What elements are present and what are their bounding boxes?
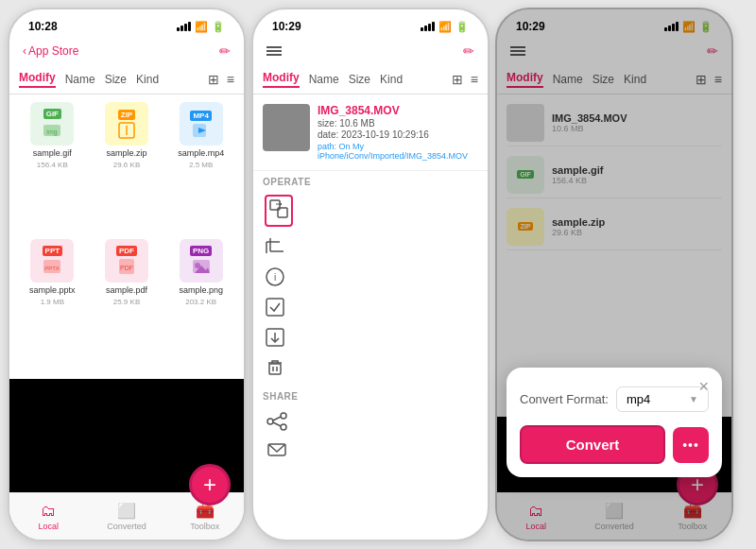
operate-label: OPERATE [263,177,478,187]
wifi-icon-2: 📶 [438,21,452,33]
svg-rect-24 [266,299,284,316]
svg-point-32 [281,424,286,430]
file-icon-gif: GIF img [30,102,74,146]
share-icons [263,402,478,470]
menu-icon-1[interactable]: ≡ [227,72,234,87]
file-icon-png: PNG [180,239,223,283]
tab-local-1[interactable]: 🗂 Local [9,493,88,540]
file-info-size: size: 10.6 MB [318,118,478,129]
svg-point-11 [195,263,200,268]
import-icon-row[interactable] [263,323,478,352]
status-icons-1: 📶 🔋 [177,21,225,33]
file-info-date: date: 2023-10-19 10:29:16 [318,129,478,140]
file-size-pdf: 25.9 KB [113,298,140,306]
menu-icon-2[interactable]: ≡ [471,72,478,87]
file-name-pptx: sample.pptx [29,285,76,295]
convert-icon-row[interactable] [263,191,478,231]
toolbar-name[interactable]: Name [65,73,95,86]
time-1: 10:28 [28,20,58,33]
file-item-mp4[interactable]: MP4 sample.mp4 2.5 MB [165,102,236,235]
toolbar-kind[interactable]: Kind [136,73,159,86]
file-size-png: 203.2 KB [185,298,216,306]
toolbar-kind-2[interactable]: Kind [380,73,403,86]
file-size-gif: 156.4 KB [37,161,68,169]
signal-icon [177,22,191,31]
back-label-1: App Store [28,44,78,58]
fab-container-1: + [189,464,231,506]
share-label: SHARE [263,391,478,402]
convert-icon-highlighted[interactable] [265,195,293,227]
tab-converted-label-1: Converted [107,522,146,531]
convert-button[interactable]: Convert [520,425,665,464]
check-icon-row[interactable] [263,293,478,321]
svg-text:PPTX: PPTX [44,266,60,271]
delete-icon-row[interactable] [263,353,478,382]
back-button-1[interactable]: ‹ App Store [23,44,78,58]
svg-line-34 [273,422,281,426]
tab-bar-1: 🗂 Local ⬜ Converted 🧰 Toolbox + [9,492,244,540]
more-options-button[interactable]: ••• [673,427,709,463]
file-item-zip[interactable]: ZIP sample.zip 29.6 KB [92,102,163,235]
info-icon-row[interactable]: i [263,263,478,291]
file-thumbnail [263,104,310,151]
file-name-zip: sample.zip [106,148,146,158]
toolbar-modify-2[interactable]: Modify [263,71,300,88]
svg-point-31 [267,419,273,424]
edit-icon-2[interactable]: ✏ [463,43,474,59]
file-name-gif: sample.gif [33,148,72,158]
edit-icon-1[interactable]: ✏ [219,43,231,59]
svg-point-30 [281,413,286,419]
add-fab-button-1[interactable]: + [189,464,231,506]
file-item-pdf[interactable]: PDF PDF sample.pdf 25.9 KB [92,239,163,372]
share-icon-row[interactable] [265,407,476,436]
svg-text:i: i [274,272,276,283]
operate-icons-list: i [263,187,478,386]
crop-icon-row[interactable] [263,232,478,261]
grid-icon-1[interactable]: ⊞ [208,72,219,87]
phone-screen-2: 10:29 📶 🔋 ✏ Modify Name Size Kind ⊞ [251,8,490,541]
battery-icon: 🔋 [212,21,225,33]
phone-screen-1: 10:28 📶 🔋 ‹ App Store ✏ Modify Name Size… [8,8,246,541]
status-bar-2: 10:29 📶 🔋 [253,9,488,38]
toolbar-name-2[interactable]: Name [309,73,339,86]
toolbar-2: Modify Name Size Kind ⊞ ≡ [253,64,488,94]
file-size-zip: 29.6 KB [113,161,140,169]
file-icon-pdf: PDF PDF [105,239,148,283]
file-size-mp4: 2.5 MB [189,161,213,169]
wifi-icon: 📶 [195,21,208,33]
nav-bar-1: ‹ App Store ✏ [9,38,244,64]
svg-line-33 [273,417,281,420]
svg-rect-27 [269,364,281,374]
file-name-pdf: sample.pdf [106,285,147,295]
svg-text:img: img [47,129,58,136]
time-2: 10:29 [272,20,301,33]
file-icon-pptx: PPT PPTX [30,239,74,283]
file-item-pptx[interactable]: PPT PPTX sample.pptx 1.9 MB [17,239,88,372]
tab-converted-1[interactable]: ⬜ Converted [88,493,166,540]
chevron-down-icon: ▼ [689,394,698,404]
toolbar-right-1: ⊞ ≡ [208,72,234,87]
toolbar-modify[interactable]: Modify [19,71,56,88]
modal-close-button[interactable]: × [698,377,709,397]
toolbar-size-2[interactable]: Size [349,73,370,86]
format-select[interactable]: mp4 ▼ [616,386,709,412]
file-detail-section: IMG_3854.MOV size: 10.6 MB date: 2023-10… [253,94,488,171]
modal-actions: Convert ••• [520,425,709,464]
phone-screen-3-wrapper: 10:29 📶 🔋 ✏ Modify Name [495,8,733,541]
format-label: Convert Format: [520,392,609,406]
file-size-pptx: 1.9 MB [41,298,64,306]
toolbar-size[interactable]: Size [105,73,127,86]
operate-section: OPERATE i [253,171,488,387]
format-value: mp4 [627,392,650,406]
grid-icon-2[interactable]: ⊞ [452,72,463,87]
file-item-gif[interactable]: GIF img sample.gif 156.4 KB [17,102,88,235]
battery-icon-2: 🔋 [455,21,469,33]
file-item-png[interactable]: PNG sample.png 203.2 KB [165,239,236,372]
format-row: Convert Format: mp4 ▼ [520,386,709,412]
tab-toolbox-label-1: Toolbox [190,522,219,531]
hamburger-menu[interactable] [266,45,282,57]
file-grid-1: GIF img sample.gif 156.4 KB ZIP sample.z… [9,94,244,379]
email-icon-row[interactable] [265,436,476,464]
share-section: SHARE [253,387,488,470]
file-name-mp4: sample.mp4 [178,148,224,158]
